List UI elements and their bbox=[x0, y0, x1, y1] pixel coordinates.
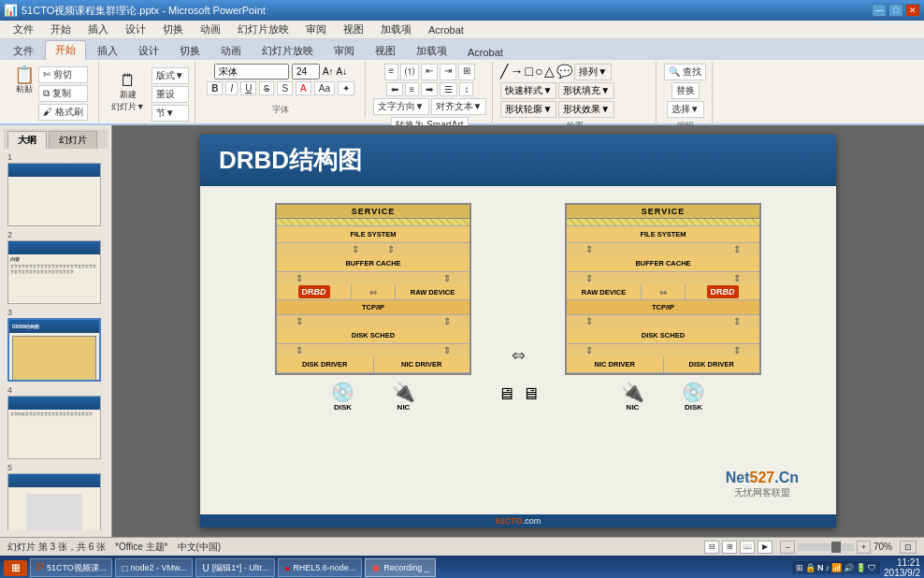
shape-outline-button[interactable]: 形状轮廓▼ bbox=[500, 101, 556, 118]
reset-button[interactable]: 重设 bbox=[152, 86, 189, 103]
shape-circle[interactable]: ○ bbox=[535, 64, 542, 80]
text-direction-button[interactable]: 文字方向▼ bbox=[373, 98, 429, 115]
font-case-button[interactable]: Aa bbox=[314, 81, 335, 95]
menu-addins[interactable]: 加载项 bbox=[373, 21, 419, 38]
align-left-button[interactable]: ⬅ bbox=[386, 82, 403, 96]
paste-button[interactable]: 📋 粘贴 ✄ 剪切 ⧉ 复制 🖌 格式刷 bbox=[9, 64, 93, 123]
select-button[interactable]: 选择▼ bbox=[667, 101, 704, 118]
underline-button[interactable]: U bbox=[240, 81, 256, 95]
menu-acrobat[interactable]: Acrobat bbox=[421, 22, 471, 37]
tab-review[interactable]: 审阅 bbox=[325, 42, 364, 60]
menu-file[interactable]: 文件 bbox=[6, 21, 41, 38]
taskbar-item-vmware[interactable]: □ node2 - VMw... bbox=[115, 558, 193, 577]
monitor-icon-1: 🖥 bbox=[498, 384, 514, 404]
reading-view-button[interactable]: 📖 bbox=[740, 541, 755, 554]
slide-sorter-button[interactable]: ⊞ bbox=[722, 541, 737, 554]
ppt-label: 51CTO视频课... bbox=[47, 562, 106, 574]
bullet-list-button[interactable]: ≡ bbox=[384, 64, 399, 80]
decrease-indent-button[interactable]: ⇤ bbox=[421, 64, 438, 80]
clear-format-button[interactable]: ✦ bbox=[338, 81, 354, 95]
menu-view[interactable]: 视图 bbox=[336, 21, 371, 38]
find-button[interactable]: 🔍 查找 bbox=[664, 64, 706, 80]
taskbar-item-ppt[interactable]: P 51CTO视频课... bbox=[30, 558, 112, 577]
menu-insert[interactable]: 插入 bbox=[80, 21, 116, 38]
bold-button[interactable]: B bbox=[207, 81, 223, 95]
menu-home[interactable]: 开始 bbox=[43, 21, 79, 38]
arrange-button[interactable]: 排列▼ bbox=[574, 64, 612, 80]
shape-rect[interactable]: □ bbox=[525, 64, 532, 80]
strikethrough-button[interactable]: S̶ bbox=[259, 81, 274, 95]
slide-thumb[interactable]: 文字内容文字文字文字文字文字文字文字文字文字 bbox=[7, 396, 101, 459]
tab-outline[interactable]: 大纲 bbox=[7, 131, 47, 149]
tray-icon-n: N bbox=[817, 563, 824, 572]
zoom-slider[interactable] bbox=[798, 543, 854, 551]
slide-thumb[interactable] bbox=[7, 163, 101, 226]
tab-slideshow[interactable]: 幻灯片放映 bbox=[253, 42, 323, 60]
font-name-input[interactable] bbox=[214, 64, 289, 79]
menu-review[interactable]: 审阅 bbox=[298, 21, 334, 38]
taskbar-item-rhel[interactable]: ● RHEL5.6-node... bbox=[278, 558, 362, 577]
tab-insert[interactable]: 插入 bbox=[88, 42, 127, 60]
tab-home[interactable]: 开始 bbox=[45, 40, 86, 60]
font-size-input[interactable] bbox=[292, 64, 320, 79]
fit-window-button[interactable]: ⊡ bbox=[900, 541, 917, 554]
tab-acrobat[interactable]: Acrobat bbox=[458, 45, 513, 60]
quick-styles-button[interactable]: 快速样式▼ bbox=[500, 82, 556, 99]
maximize-button[interactable]: □ bbox=[888, 4, 903, 17]
zoom-in-button[interactable]: + bbox=[857, 541, 871, 554]
tab-view[interactable]: 视图 bbox=[366, 42, 405, 60]
shape-triangle[interactable]: △ bbox=[544, 64, 555, 80]
columns-button[interactable]: ⊞ bbox=[458, 64, 475, 80]
section-button[interactable]: 节▼ bbox=[152, 105, 189, 122]
taskbar-item-ultraedit[interactable]: U [编辑1*] - Ultr... bbox=[195, 558, 275, 577]
title-bar-controls[interactable]: — □ ✕ bbox=[872, 4, 920, 17]
shape-callout[interactable]: 💬 bbox=[556, 64, 572, 80]
menu-transitions[interactable]: 切换 bbox=[155, 21, 191, 38]
italic-button[interactable]: I bbox=[225, 81, 238, 95]
shadow-button[interactable]: S bbox=[277, 81, 293, 95]
line-spacing-button[interactable]: ↕ bbox=[459, 82, 473, 96]
menu-design[interactable]: 设计 bbox=[118, 21, 153, 38]
zoom-out-button[interactable]: − bbox=[780, 541, 794, 554]
minimize-button[interactable]: — bbox=[872, 4, 887, 17]
slideshow-button[interactable]: ▶ bbox=[758, 541, 772, 554]
justify-button[interactable]: ☰ bbox=[440, 82, 457, 96]
zoom-thumb[interactable] bbox=[831, 542, 841, 553]
shape-effects-button[interactable]: 形状效果▼ bbox=[558, 101, 614, 118]
cut-button[interactable]: ✄ 剪切 bbox=[38, 66, 88, 83]
menu-animations[interactable]: 动画 bbox=[193, 21, 228, 38]
tab-slides[interactable]: 幻灯片 bbox=[49, 131, 97, 149]
decrease-font-btn[interactable]: A↓ bbox=[337, 66, 348, 77]
start-button[interactable]: ⊞ bbox=[4, 560, 27, 576]
font-color-button[interactable]: A bbox=[296, 81, 311, 95]
slide-area[interactable]: DRBD结构图 SERVICE FILE SYSTEM bbox=[112, 125, 924, 537]
slide-thumb-active[interactable]: DRBD结构图 bbox=[7, 318, 101, 382]
slide-thumb[interactable] bbox=[7, 473, 101, 530]
format-painter-button[interactable]: 🖌 格式刷 bbox=[38, 104, 88, 121]
tab-design[interactable]: 设计 bbox=[129, 42, 168, 60]
numbered-list-button[interactable]: ⑴ bbox=[400, 64, 419, 80]
menu-slideshow[interactable]: 幻灯片放映 bbox=[230, 21, 296, 38]
increase-indent-button[interactable]: ⇥ bbox=[440, 64, 456, 80]
shape-fill-button[interactable]: 形状填充▼ bbox=[558, 82, 614, 99]
align-center-button[interactable]: ≡ bbox=[405, 82, 420, 96]
shape-arrow[interactable]: → bbox=[510, 64, 523, 80]
tab-addins[interactable]: 加载项 bbox=[407, 42, 456, 60]
copy-button[interactable]: ⧉ 复制 bbox=[38, 85, 88, 102]
filesystem-cell-left: FILE SYSTEM bbox=[277, 226, 469, 242]
normal-view-button[interactable]: ⊟ bbox=[704, 541, 719, 554]
close-button[interactable]: ✕ bbox=[905, 4, 920, 17]
taskbar-item-recording[interactable]: ⏺ Recording _ bbox=[365, 558, 436, 577]
ribbon: 文件 开始 插入 设计 切换 动画 幻灯片放映 审阅 视图 加载项 Acroba… bbox=[0, 39, 924, 125]
increase-font-btn[interactable]: A↑ bbox=[323, 66, 334, 77]
replace-button[interactable]: 替换 bbox=[671, 82, 700, 99]
align-right-button[interactable]: ➡ bbox=[421, 82, 438, 96]
layout-button[interactable]: 版式▼ bbox=[152, 67, 189, 84]
new-slide-button[interactable]: 🗒 新建 幻灯片▼ bbox=[107, 69, 150, 116]
tab-animations[interactable]: 动画 bbox=[211, 42, 251, 60]
shape-line[interactable]: ╱ bbox=[500, 64, 508, 80]
slide-thumb[interactable]: 内容 文字文字文字文字文字文字文字文字文字文字文字文字文字文字文字文字文字文字文… bbox=[7, 240, 101, 304]
align-text-button[interactable]: 对齐文本▼ bbox=[431, 98, 487, 115]
tab-transitions[interactable]: 切换 bbox=[170, 42, 209, 60]
tab-file[interactable]: 文件 bbox=[4, 42, 43, 60]
